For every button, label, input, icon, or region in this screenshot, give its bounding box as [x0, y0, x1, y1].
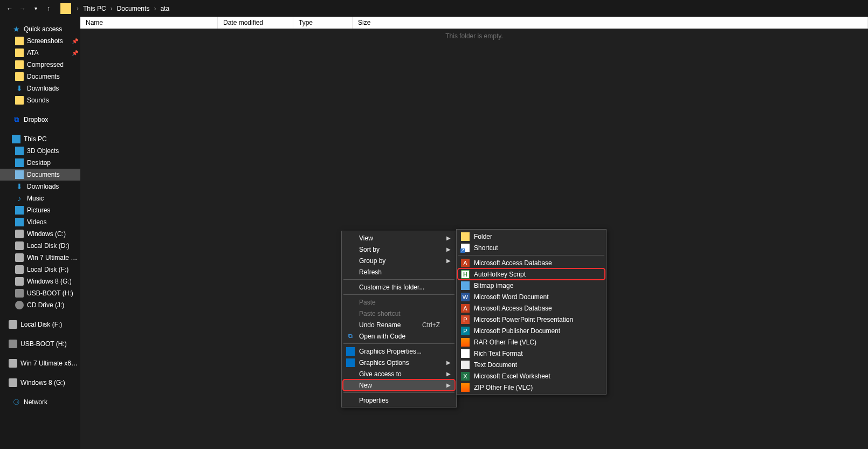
pin-icon: 📌: [72, 38, 78, 44]
sidebar-qa-ata[interactable]: ATA📌: [0, 47, 80, 59]
drive-icon: [15, 253, 24, 262]
new-word-doc[interactable]: WMicrosoft Word Document: [458, 291, 605, 302]
separator: [458, 255, 604, 255]
sidebar-pc-documents[interactable]: Documents: [0, 169, 80, 181]
ctx-give-access[interactable]: Give access to▶: [343, 368, 455, 379]
sidebar-ext-win7[interactable]: Win 7 Ultimate x64 (E: [0, 357, 80, 369]
ctx-group-by[interactable]: Group by▶: [343, 255, 455, 266]
new-access-db-2[interactable]: AMicrosoft Access Database: [458, 302, 605, 314]
separator: [343, 392, 454, 393]
videos-icon: [15, 218, 24, 226]
network-icon: ⚆: [12, 398, 20, 406]
new-zip[interactable]: ZIP Other File (VLC): [458, 382, 605, 393]
sidebar-ext-win8[interactable]: Windows 8 (G:): [0, 377, 80, 389]
sidebar-quick-access[interactable]: ★Quick access: [0, 23, 80, 35]
ctx-new[interactable]: New▶: [343, 379, 455, 391]
up-button[interactable]: ↑: [42, 2, 55, 15]
sidebar-pc-music[interactable]: ♪Music: [0, 192, 80, 204]
new-autohotkey-script[interactable]: HAutoHotkey Script: [458, 268, 605, 280]
sidebar-pc-pictures[interactable]: Pictures: [0, 204, 80, 216]
drive-icon: [15, 230, 24, 238]
new-publisher[interactable]: PMicrosoft Publisher Document: [458, 325, 605, 336]
sidebar-pc-cd-drive[interactable]: CD Drive (J:): [0, 299, 80, 311]
new-excel[interactable]: XMicrosoft Excel Worksheet: [458, 370, 605, 382]
column-header-date[interactable]: Date modified: [218, 17, 293, 29]
sidebar-this-pc[interactable]: This PC: [0, 133, 80, 145]
ctx-sort-by[interactable]: Sort by▶: [343, 244, 455, 255]
sidebar-ext-usb-boot[interactable]: USB-BOOT (H:): [0, 338, 80, 350]
chevron-right-icon: ▶: [446, 235, 451, 241]
folder-icon: [15, 96, 24, 105]
usb-icon: [9, 340, 17, 348]
new-rtf[interactable]: Rich Text Format: [458, 348, 605, 359]
pc-icon: [12, 135, 20, 143]
pictures-icon: [15, 206, 24, 215]
sidebar-dropbox[interactable]: ⧉Dropbox: [0, 114, 80, 126]
ctx-paste-shortcut: Paste shortcut: [343, 308, 455, 319]
new-access-db[interactable]: AMicrosoft Access Database: [458, 257, 605, 268]
ctx-gfx-properties[interactable]: Graphics Properties...: [343, 346, 455, 357]
vscode-icon: ⧉: [346, 332, 355, 341]
forward-button[interactable]: →: [16, 2, 29, 15]
ctx-customize-folder[interactable]: Customize this folder...: [343, 281, 455, 293]
shortcut-icon: [461, 244, 470, 252]
sidebar-qa-screenshots[interactable]: Screenshots📌: [0, 35, 80, 47]
sidebar-qa-compressed[interactable]: Compressed: [0, 59, 80, 71]
ctx-open-with-code[interactable]: ⧉Open with Code: [343, 330, 455, 342]
new-shortcut[interactable]: Shortcut: [458, 242, 605, 253]
back-button[interactable]: ←: [3, 2, 16, 15]
ctx-properties[interactable]: Properties: [343, 395, 455, 406]
sidebar-qa-downloads[interactable]: ⬇Downloads: [0, 82, 80, 94]
ctx-view[interactable]: View▶: [343, 232, 455, 244]
sidebar-pc-downloads[interactable]: ⬇Downloads: [0, 181, 80, 192]
sidebar-pc-drive-c[interactable]: Windows (C:): [0, 228, 80, 240]
new-powerpoint[interactable]: PMicrosoft PowerPoint Presentation: [458, 314, 605, 325]
word-icon: W: [461, 293, 470, 301]
ctx-undo-rename[interactable]: Undo RenameCtrl+Z: [343, 319, 455, 330]
sidebar-ext-local-disk-f[interactable]: Local Disk (F:): [0, 319, 80, 330]
folder-icon: [461, 232, 470, 241]
sidebar-pc-3dobjects[interactable]: 3D Objects: [0, 145, 80, 157]
new-text-document[interactable]: Text Document: [458, 359, 605, 370]
crumb-separator: ›: [73, 5, 82, 12]
sidebar-pc-desktop[interactable]: Desktop: [0, 157, 80, 169]
file-list-pane[interactable]: Name Date modified Type Size This folder…: [80, 17, 868, 449]
crumb-documents[interactable]: Documents: [116, 5, 151, 12]
sidebar-qa-sounds[interactable]: Sounds: [0, 94, 80, 106]
submenu-new: Folder Shortcut AMicrosoft Access Databa…: [456, 229, 607, 395]
column-header-type[interactable]: Type: [293, 17, 353, 29]
folder-icon: [15, 49, 24, 57]
context-menu: View▶ Sort by▶ Group by▶ Refresh Customi…: [341, 231, 457, 407]
drive-icon: [9, 359, 17, 368]
sidebar-pc-drive-d[interactable]: Local Disk (D:): [0, 240, 80, 252]
crumb-ata[interactable]: ata: [159, 5, 170, 12]
new-bitmap-image[interactable]: Bitmap image: [458, 280, 605, 291]
drive-icon: [15, 277, 24, 286]
column-header-size[interactable]: Size: [353, 17, 868, 29]
dropbox-icon: ⧉: [12, 115, 20, 124]
chevron-right-icon: ▶: [446, 382, 451, 388]
sidebar-pc-videos[interactable]: Videos: [0, 216, 80, 228]
ctx-refresh[interactable]: Refresh: [343, 266, 455, 278]
sidebar-pc-drive-win8[interactable]: Windows 8 (G:): [0, 275, 80, 287]
separator: [343, 343, 454, 344]
sidebar-qa-documents[interactable]: Documents: [0, 71, 80, 82]
separator: [343, 294, 454, 295]
star-icon: ★: [12, 25, 20, 33]
sidebar-pc-drive-f[interactable]: Local Disk (F:): [0, 264, 80, 275]
sidebar-network[interactable]: ⚆Network: [0, 396, 80, 408]
sidebar-pc-usb-boot[interactable]: USB-BOOT (H:): [0, 287, 80, 299]
navigation-toolbar: ← → ▾ ↑ › This PC › Documents › ata: [0, 0, 868, 17]
ctx-gfx-options[interactable]: Graphics Options▶: [343, 357, 455, 368]
column-header-name[interactable]: Name: [80, 17, 218, 29]
documents-icon: [15, 170, 24, 179]
vlc-icon: [461, 383, 470, 392]
new-folder[interactable]: Folder: [458, 231, 605, 242]
recent-locations-button[interactable]: ▾: [29, 2, 42, 15]
drive-icon: [15, 265, 24, 274]
new-rar[interactable]: RAR Other File (VLC): [458, 336, 605, 348]
navigation-pane[interactable]: ★Quick access Screenshots📌 ATA📌 Compress…: [0, 17, 80, 449]
sidebar-pc-drive-win7[interactable]: Win 7 Ultimate x64: [0, 252, 80, 264]
addressbar-folder-icon: [60, 3, 71, 14]
crumb-this-pc[interactable]: This PC: [82, 5, 107, 12]
